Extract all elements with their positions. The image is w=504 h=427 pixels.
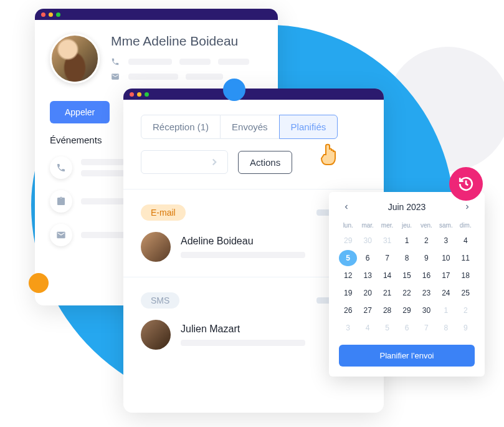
phone-row bbox=[111, 57, 263, 66]
calendar-day[interactable]: 12 bbox=[339, 267, 357, 284]
sms-badge: SMS bbox=[141, 292, 179, 309]
calendar-dow: mer. bbox=[378, 219, 396, 231]
actions-button[interactable]: Actions bbox=[238, 151, 292, 174]
calendar-day[interactable]: 4 bbox=[457, 233, 475, 249]
tab-sent[interactable]: Envoyés bbox=[221, 115, 279, 139]
prev-month-button[interactable] bbox=[339, 202, 354, 212]
calendar-day[interactable]: 5 bbox=[378, 320, 396, 336]
calendar-day[interactable]: 21 bbox=[378, 285, 396, 301]
envelope-icon bbox=[50, 224, 72, 246]
phone-icon bbox=[50, 156, 72, 179]
calendar-day[interactable]: 2 bbox=[417, 233, 435, 249]
calendar-day[interactable]: 27 bbox=[358, 302, 376, 319]
calendar-day[interactable]: 1 bbox=[397, 233, 416, 249]
calendar-day[interactable]: 29 bbox=[397, 302, 416, 319]
calendar-month-title: Juin 2023 bbox=[388, 202, 426, 212]
calendar-day[interactable]: 26 bbox=[339, 302, 357, 319]
calendar-grid: lun.mar.mer.jeu.ven.sam.dim.293031123456… bbox=[339, 219, 475, 336]
calendar-dow: ven. bbox=[417, 219, 435, 231]
calendar-dow: dim. bbox=[457, 219, 475, 231]
tab-planned[interactable]: Planifiés bbox=[279, 115, 338, 139]
calendar-day[interactable]: 16 bbox=[417, 267, 435, 284]
message-tabs: Réception (1) Envoyés Planifiés bbox=[141, 115, 366, 139]
calendar-day[interactable]: 9 bbox=[457, 320, 475, 336]
maximize-dot[interactable] bbox=[56, 12, 60, 17]
decorative-circle-orange bbox=[29, 273, 49, 293]
calendar-day[interactable]: 13 bbox=[358, 267, 376, 284]
email-badge: E-mail bbox=[141, 204, 186, 221]
calendar-day[interactable]: 14 bbox=[378, 267, 396, 284]
calendar-day[interactable]: 23 bbox=[417, 285, 435, 301]
close-dot[interactable] bbox=[41, 12, 45, 17]
pointer-cursor-icon bbox=[317, 140, 342, 168]
clipboard-icon bbox=[50, 190, 72, 213]
maximize-dot[interactable] bbox=[145, 92, 149, 97]
calendar-day[interactable]: 19 bbox=[339, 285, 357, 301]
sender-name: Adeline Boideau bbox=[181, 236, 305, 247]
next-month-button[interactable] bbox=[460, 202, 475, 212]
tab-reception[interactable]: Réception (1) bbox=[141, 115, 221, 139]
calendar-day[interactable]: 29 bbox=[339, 233, 357, 249]
calendar-day[interactable]: 2 bbox=[457, 302, 475, 319]
phone-icon bbox=[111, 57, 121, 66]
sender-name: Julien Mazart bbox=[181, 324, 305, 335]
close-dot[interactable] bbox=[130, 92, 134, 97]
history-button[interactable] bbox=[449, 167, 483, 201]
calendar-day[interactable]: 17 bbox=[437, 267, 455, 284]
profile-avatar bbox=[50, 34, 100, 84]
titlebar bbox=[123, 89, 384, 100]
calendar-day[interactable]: 4 bbox=[358, 320, 376, 336]
schedule-button[interactable]: Planifier l'envoi bbox=[339, 345, 475, 367]
search-input[interactable] bbox=[141, 150, 228, 174]
chevron-right-icon bbox=[464, 203, 471, 211]
decorative-circle-blue bbox=[223, 79, 245, 101]
calendar-day[interactable]: 30 bbox=[358, 233, 376, 249]
calendar-day[interactable]: 3 bbox=[437, 233, 455, 249]
envelope-icon bbox=[111, 72, 121, 81]
profile-name: Mme Adeline Boideau bbox=[111, 34, 263, 49]
calendar-day[interactable]: 9 bbox=[417, 250, 435, 266]
history-icon bbox=[458, 176, 474, 192]
chevron-right-icon bbox=[209, 156, 220, 168]
call-button[interactable]: Appeler bbox=[50, 101, 110, 123]
calendar-day[interactable]: 20 bbox=[358, 285, 376, 301]
minimize-dot[interactable] bbox=[49, 12, 53, 17]
calendar-day[interactable]: 7 bbox=[417, 320, 435, 336]
calendar-popup: Juin 2023 lun.mar.mer.jeu.ven.sam.dim.29… bbox=[329, 192, 485, 377]
calendar-dow: mar. bbox=[358, 219, 376, 231]
calendar-day[interactable]: 10 bbox=[437, 250, 455, 266]
calendar-day[interactable]: 7 bbox=[378, 250, 396, 266]
titlebar bbox=[35, 9, 278, 20]
avatar bbox=[141, 232, 171, 262]
calendar-day[interactable]: 6 bbox=[358, 250, 376, 266]
calendar-day[interactable]: 24 bbox=[437, 285, 455, 301]
minimize-dot[interactable] bbox=[137, 92, 141, 97]
calendar-day[interactable]: 15 bbox=[397, 267, 416, 284]
calendar-day[interactable]: 31 bbox=[378, 233, 396, 249]
calendar-day[interactable]: 28 bbox=[378, 302, 396, 319]
calendar-day[interactable]: 25 bbox=[457, 285, 475, 301]
calendar-day[interactable]: 8 bbox=[437, 320, 455, 336]
calendar-dow: lun. bbox=[339, 219, 357, 231]
calendar-dow: jeu. bbox=[397, 219, 416, 231]
avatar bbox=[141, 320, 171, 350]
calendar-day[interactable]: 5 bbox=[339, 250, 357, 266]
calendar-day[interactable]: 3 bbox=[339, 320, 357, 336]
calendar-day[interactable]: 22 bbox=[397, 285, 416, 301]
calendar-day[interactable]: 8 bbox=[397, 250, 416, 266]
calendar-day[interactable]: 1 bbox=[437, 302, 455, 319]
calendar-dow: sam. bbox=[437, 219, 455, 231]
calendar-day[interactable]: 11 bbox=[457, 250, 475, 266]
calendar-day[interactable]: 6 bbox=[397, 320, 416, 336]
calendar-day[interactable]: 18 bbox=[457, 267, 475, 284]
chevron-left-icon bbox=[343, 203, 350, 211]
calendar-day[interactable]: 30 bbox=[417, 302, 435, 319]
